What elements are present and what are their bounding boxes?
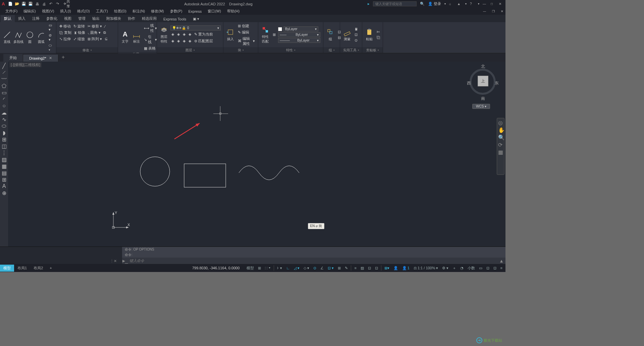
help-dropdown-icon[interactable]: ▾ — [478, 2, 479, 5]
layer-tool4-icon[interactable]: ◈ — [187, 38, 192, 44]
mirror-button[interactable]: ⧗ 镜像 — [73, 30, 86, 36]
copy-button[interactable]: ⿻ 复制 — [58, 30, 72, 36]
menu-window[interactable]: 窗口(W) — [205, 8, 224, 14]
tool-construction-icon[interactable]: ⟋ — [1, 70, 7, 75]
edit-attr-button[interactable]: ⌘ 编辑属性 ▾ — [237, 36, 256, 47]
layer-off-icon[interactable]: ◈ — [187, 31, 192, 37]
tool-rectangle-icon[interactable]: ▭ — [1, 90, 7, 95]
wcs-dropdown[interactable]: WCS ▾ — [472, 104, 490, 109]
tab-parametric[interactable]: 参数化 — [43, 15, 61, 22]
panel-layers-label[interactable]: 图层 — [157, 47, 223, 53]
array-button[interactable]: ⊞ 阵列 ▾ — [87, 36, 103, 42]
line-button[interactable]: 直线 — [2, 31, 12, 44]
edit-block-button[interactable]: ✎ 编辑 — [237, 29, 256, 35]
tool-mtext-icon[interactable]: A — [1, 184, 7, 189]
explode-icon[interactable]: ⧉ — [102, 30, 107, 36]
polyline-button[interactable]: 多段线 — [13, 31, 23, 44]
tab-featured[interactable]: 精选应用 — [139, 15, 160, 22]
color-dropdown[interactable]: ByLayer▾ — [283, 26, 318, 31]
layer-tool-icon[interactable]: ◈ — [170, 38, 175, 44]
panel-props-label[interactable]: 特性 — [258, 47, 323, 53]
app-dropdown-icon[interactable]: ▾ — [465, 2, 467, 5]
search-input[interactable] — [373, 1, 417, 6]
panel-clip-label[interactable]: 剪贴板 — [362, 47, 383, 53]
matchprop-extra-icon[interactable]: ⊞ — [272, 32, 277, 37]
status-snap-icon[interactable]: ⸬ ▾ — [264, 265, 272, 271]
menu-tools[interactable]: 工具(T) — [93, 8, 111, 14]
info-caret-icon[interactable]: ▸ — [368, 2, 370, 6]
status-lwt-icon[interactable]: ≡ — [353, 265, 357, 271]
status-gear-icon[interactable]: ⚙ ▾ — [441, 265, 449, 271]
status-coords[interactable]: 799.8030, -346.1164, 0.0000 — [188, 266, 244, 270]
ellipse-tool-icon[interactable]: ⬭ ▾ — [48, 43, 54, 52]
layer-tool3-icon[interactable]: ◈ — [182, 38, 186, 44]
menu-edit[interactable]: 编辑(E) — [21, 8, 39, 14]
status-units[interactable]: 小数 — [467, 265, 476, 271]
status-clean-icon[interactable]: ⊡ — [492, 265, 497, 271]
tool-hatch-icon[interactable]: ▨ — [1, 157, 7, 162]
setcurrent-button[interactable]: ✎ 置为当前 — [193, 31, 214, 37]
nav-zoom-icon[interactable]: 🔍 — [498, 134, 503, 140]
status-hw-icon[interactable]: ⊡ — [485, 265, 490, 271]
linetype-dropdown[interactable]: ———ByLayer▾ — [278, 38, 320, 43]
share-button[interactable]: ✈ 共享 — [64, 2, 69, 6]
paste-button[interactable]: 粘贴 — [364, 28, 374, 42]
matchlayer-button[interactable]: ⊜ 匹配图层 — [193, 38, 214, 44]
menu-dim[interactable]: 标注(N) — [130, 8, 148, 14]
drawing-canvas[interactable]: [-][俯视][二维线框] ╱ ⟋ 〰 ⬠ ▭ ◜ ○ ☁ ∿ ⬭ ◗ ⊞ ◫ … — [0, 62, 505, 247]
saveas-icon[interactable]: 💾 — [28, 2, 33, 6]
tool-ellipsearc-icon[interactable]: ◗ — [1, 130, 7, 135]
offset-icon[interactable]: ⊆ — [104, 36, 109, 42]
linear-dim-button[interactable]: ⟷ 线性 ▾ — [143, 23, 158, 33]
autodesk-app-icon[interactable]: ▲ — [457, 2, 462, 6]
status-iso-icon[interactable]: ◇ ▾ — [303, 265, 310, 271]
text-button[interactable]: A文字 — [120, 30, 130, 44]
hatch-tool-icon[interactable]: ⊘ ▾ — [48, 33, 54, 42]
minimize-icon[interactable]: — — [483, 2, 487, 6]
nav-fullnav-icon[interactable]: ◎ — [498, 120, 503, 125]
tab-expresstools[interactable]: Express Tools — [160, 16, 190, 22]
tool-polyline-icon[interactable]: 〰 — [1, 76, 7, 82]
status-tray-icon[interactable]: ▭ — [478, 265, 483, 271]
tab-default[interactable]: 默认 — [1, 15, 15, 22]
tab-manage[interactable]: 管理 — [75, 15, 89, 22]
menu-view[interactable]: 视图(V) — [39, 8, 57, 14]
panel-util-label[interactable]: 实用工具 — [340, 47, 362, 53]
tool-revcloud-icon[interactable]: ☁ — [1, 110, 7, 115]
layerprop-button[interactable]: 图层 特性 — [159, 26, 169, 44]
create-block-button[interactable]: ⊞ 创建 — [237, 23, 256, 29]
status-cycling-icon[interactable]: ⊡ — [367, 265, 372, 271]
copy-clip-icon[interactable]: ⿻ — [376, 35, 381, 40]
layer-dropdown[interactable]: 💡❄☀🔒 0▾ — [170, 25, 221, 30]
app-exchange-icon[interactable]: ⌂ — [449, 2, 454, 6]
trim-button[interactable]: ✂ 修剪 ▾ — [87, 23, 103, 29]
app-logo-icon[interactable]: A — [0, 1, 7, 6]
layout-2[interactable]: 布局2 — [30, 265, 46, 272]
open-icon[interactable]: 📂 — [15, 2, 19, 6]
ribbon-panel-toggle-icon[interactable]: ▣ ▾ — [190, 16, 203, 22]
tool-arc-icon[interactable]: ◜ — [1, 96, 7, 102]
group-button[interactable]: 组 — [325, 28, 335, 42]
command-input[interactable]: ▸_ 键入命令 ▴ — [122, 258, 505, 264]
viewcube-top-face[interactable]: 上 — [478, 76, 488, 86]
viewcube-east[interactable]: 东 — [495, 80, 499, 86]
layout-1[interactable]: 布局1 — [14, 265, 30, 272]
search-icon[interactable]: 🔍 — [420, 2, 425, 6]
status-infer-icon[interactable]: ⊦ ▾ — [276, 265, 283, 271]
tool-makeblock-icon[interactable]: ◫ — [1, 143, 7, 149]
status-annomon-icon[interactable]: 👤 — [392, 265, 399, 271]
rectangle-icon[interactable]: ▭ ▾ — [48, 23, 54, 32]
tool-region-icon[interactable]: ▤ — [1, 170, 7, 176]
tool-point-icon[interactable]: ⋮ — [1, 150, 7, 155]
tab-output[interactable]: 输出 — [89, 15, 103, 22]
move-button[interactable]: ✥ 移动 — [58, 23, 72, 29]
tool-polygon-icon[interactable]: ⬠ — [1, 83, 7, 88]
menu-modify[interactable]: 修改(M) — [148, 8, 167, 14]
doc-minimize-icon[interactable]: — — [480, 9, 489, 14]
help-icon[interactable]: ? — [470, 2, 475, 6]
insert-block-button[interactable]: 插入 — [225, 28, 235, 42]
maximize-icon[interactable]: □ — [491, 2, 495, 6]
layer-lock-icon[interactable]: ◈ — [182, 31, 186, 37]
color-swatch-icon[interactable] — [278, 27, 282, 31]
tool-gradient-icon[interactable]: ▦ — [1, 163, 7, 169]
